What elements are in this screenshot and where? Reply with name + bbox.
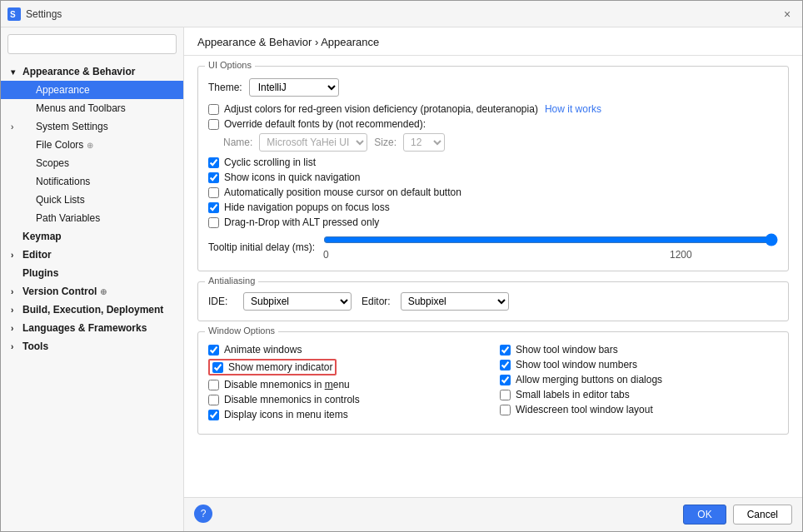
icons-quick-label[interactable]: Show icons in quick navigation <box>208 172 360 183</box>
disable-mnemonics-menu-label[interactable]: Disable mnemonics in menu <box>208 379 350 390</box>
window-options-title: Window Options <box>205 326 278 336</box>
sidebar-item-label: File Colors <box>36 139 83 151</box>
widescreen-layout-label[interactable]: Widescreen tool window layout <box>500 404 653 415</box>
search-input[interactable] <box>7 34 177 54</box>
sidebar-item-file-colors[interactable]: File Colors ⊕ <box>1 136 183 154</box>
redgreen-text: Adjust colors for red-green vision defic… <box>224 103 538 115</box>
small-labels-text: Small labels in editor tabs <box>516 389 630 400</box>
sidebar-item-version-control[interactable]: › Version Control ⊕ <box>1 282 183 301</box>
search-box <box>7 34 177 54</box>
disable-mnemonics-controls-label[interactable]: Disable mnemonics in controls <box>208 394 360 405</box>
font-name-label: Name: <box>223 137 252 148</box>
disable-mnemonics-menu-checkbox[interactable] <box>208 380 219 390</box>
settings-icon: ⊕ <box>87 141 93 150</box>
show-window-numbers-label[interactable]: Show tool window numbers <box>500 359 637 370</box>
close-button[interactable]: × <box>784 8 796 20</box>
arrow-placeholder <box>11 104 21 113</box>
mouse-cursor-label[interactable]: Automatically position mouse cursor on d… <box>208 186 461 198</box>
icons-quick-row: Show icons in quick navigation <box>208 172 778 183</box>
font-size-select[interactable]: 12 <box>403 133 445 152</box>
icons-quick-checkbox[interactable] <box>208 172 219 183</box>
disable-mnemonics-controls-row: Disable mnemonics in controls <box>208 394 486 405</box>
widescreen-layout-text: Widescreen tool window layout <box>516 404 653 415</box>
small-labels-label[interactable]: Small labels in editor tabs <box>500 389 630 400</box>
hide-nav-label[interactable]: Hide navigation popups on focus loss <box>208 201 390 213</box>
disable-mnemonics-menu-row: Disable mnemonics in menu <box>208 379 486 390</box>
help-button[interactable]: ? <box>194 505 212 523</box>
cancel-button[interactable]: Cancel <box>733 505 792 525</box>
sidebar-item-menus-toolbars[interactable]: Menus and Toolbars <box>1 99 183 117</box>
tooltip-slider-row: Tooltip initial delay (ms): 0 1200 <box>208 233 778 261</box>
tooltip-slider[interactable] <box>323 233 778 246</box>
sidebar-item-editor[interactable]: › Editor <box>1 246 183 264</box>
override-fonts-checkbox[interactable] <box>208 119 219 130</box>
ok-button[interactable]: OK <box>683 505 726 525</box>
sidebar-item-appearance-behavior[interactable]: ▾ Appearance & Behavior <box>1 62 183 81</box>
sidebar-item-quick-lists[interactable]: Quick Lists <box>1 191 183 209</box>
sidebar-item-keymap[interactable]: Keymap <box>1 227 183 246</box>
widescreen-layout-checkbox[interactable] <box>500 405 511 415</box>
animate-windows-text: Animate windows <box>224 344 302 355</box>
font-name-select[interactable]: Microsoft YaHei UI <box>259 133 367 152</box>
show-tool-bars-label[interactable]: Show tool window bars <box>500 344 618 355</box>
override-fonts-label[interactable]: Override default fonts by (not recommend… <box>208 118 426 130</box>
sidebar-tree: ▾ Appearance & Behavior Appearance Menus… <box>1 61 183 531</box>
drag-drop-label[interactable]: Drag-n-Drop with ALT pressed only <box>208 216 379 228</box>
sidebar-item-notifications[interactable]: Notifications <box>1 172 183 191</box>
slider-max: 1200 <box>670 249 778 261</box>
display-icons-menu-checkbox[interactable] <box>208 410 219 420</box>
display-icons-menu-text: Display icons in menu items <box>224 409 348 420</box>
redgreen-checkbox[interactable] <box>208 104 219 115</box>
sidebar-item-scopes[interactable]: Scopes <box>1 154 183 172</box>
settings-content: UI Options Theme: IntelliJ Darcula High … <box>184 56 802 497</box>
small-labels-checkbox[interactable] <box>500 390 511 400</box>
sidebar-item-path-variables[interactable]: Path Variables <box>1 209 183 227</box>
display-icons-menu-label[interactable]: Display icons in menu items <box>208 409 348 420</box>
animate-windows-checkbox[interactable] <box>208 345 219 355</box>
theme-select[interactable]: IntelliJ Darcula High Contrast <box>249 78 339 97</box>
show-tool-bars-checkbox[interactable] <box>500 345 511 355</box>
sidebar-item-label: Languages & Frameworks <box>22 322 147 334</box>
hide-nav-checkbox[interactable] <box>208 202 219 213</box>
antialiasing-row: IDE: Subpixel Greyscale None Editor: Sub… <box>208 292 778 311</box>
disable-mnemonics-controls-text: Disable mnemonics in controls <box>224 394 360 405</box>
sidebar-item-label: System Settings <box>36 121 108 132</box>
hide-nav-row: Hide navigation popups on focus loss <box>208 201 778 213</box>
sidebar-item-build-execution[interactable]: › Build, Execution, Deployment <box>1 301 183 319</box>
editor-aa-select[interactable]: Subpixel Greyscale None <box>401 292 509 311</box>
allow-merging-buttons-checkbox[interactable] <box>500 375 511 385</box>
small-labels-row: Small labels in editor tabs <box>500 389 778 400</box>
redgreen-label[interactable]: Adjust colors for red-green vision defic… <box>208 103 538 115</box>
drag-drop-checkbox[interactable] <box>208 217 219 228</box>
disable-mnemonics-controls-checkbox[interactable] <box>208 395 219 405</box>
override-fonts-row: Override default fonts by (not recommend… <box>208 118 778 130</box>
cyclic-checkbox[interactable] <box>208 157 219 168</box>
sidebar-item-label: Plugins <box>22 267 58 279</box>
expand-arrow: › <box>11 251 21 260</box>
ide-aa-select[interactable]: Subpixel Greyscale None <box>243 292 352 311</box>
arrow-placeholder <box>11 159 21 168</box>
sidebar-item-system-settings[interactable]: › System Settings <box>1 117 183 136</box>
animate-windows-label[interactable]: Animate windows <box>208 344 302 355</box>
tooltip-label: Tooltip initial delay (ms): <box>208 241 317 253</box>
how-it-works-link[interactable]: How it works <box>545 103 601 115</box>
cyclic-label[interactable]: Cyclic scrolling in list <box>208 157 316 168</box>
sidebar-item-appearance[interactable]: Appearance <box>1 81 183 99</box>
drag-drop-row: Drag-n-Drop with ALT pressed only <box>208 216 778 228</box>
allow-merging-buttons-label[interactable]: Allow merging buttons on dialogs <box>500 374 662 385</box>
sidebar-item-label: Quick Lists <box>36 194 85 206</box>
arrow-placeholder <box>11 269 21 278</box>
mouse-cursor-checkbox[interactable] <box>208 187 219 198</box>
sidebar-item-label: Build, Execution, Deployment <box>22 304 163 316</box>
sidebar-item-plugins[interactable]: Plugins <box>1 264 183 282</box>
show-tool-bars-row: Show tool window bars <box>500 344 778 355</box>
show-window-numbers-checkbox[interactable] <box>500 360 511 370</box>
sidebar-item-tools[interactable]: › Tools <box>1 337 183 355</box>
titlebar: S Settings × <box>1 1 802 27</box>
sidebar-item-label: Version Control <box>22 286 97 297</box>
sidebar-item-languages-frameworks[interactable]: › Languages & Frameworks <box>1 319 183 337</box>
show-memory-checkbox[interactable] <box>212 362 223 373</box>
sidebar-item-label: Editor <box>22 249 52 261</box>
show-memory-highlight: Show memory indicator <box>208 359 337 375</box>
slider-container: 0 1200 <box>323 233 778 261</box>
